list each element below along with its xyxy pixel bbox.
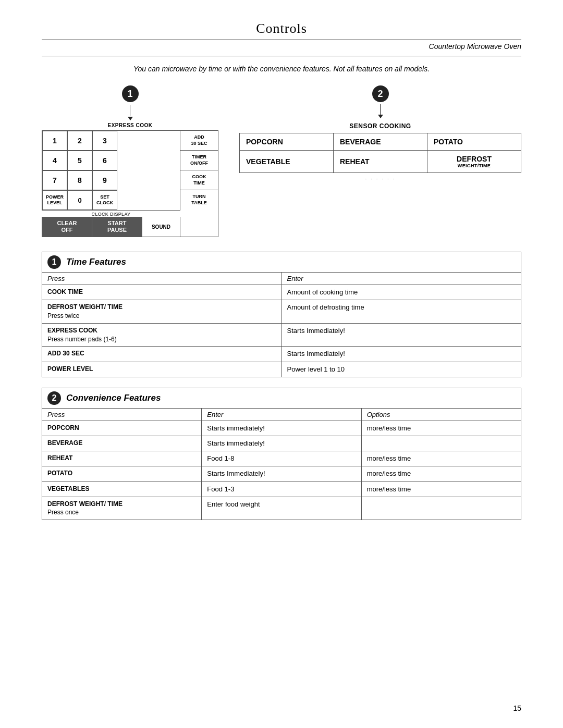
keypad-grid: 1 2 3 4 5 6 7 8 9 POWERLEVEL 0 SETCLOCK: [42, 130, 180, 211]
cf-enter-6: Enter food weight: [202, 497, 361, 520]
time-features-header: 1 Time Features: [42, 252, 521, 273]
badge-2: 2: [372, 85, 389, 102]
sensor-cooking-label: SENSOR COOKING: [349, 122, 411, 130]
tf-col1-header: Press: [42, 273, 282, 285]
tf-press-2: DEFROST WEIGHT/ TIMEPress twice: [42, 300, 282, 323]
table-row: POTATO Starts Immediately! more/less tim…: [42, 466, 521, 482]
key-4[interactable]: 4: [42, 151, 67, 170]
time-features-header-row: Press Enter: [42, 273, 521, 285]
cook-time-button[interactable]: COOKTIME: [180, 170, 218, 190]
cf-col2-header: Enter: [202, 409, 361, 421]
intro-text: You can microwave by time or with the co…: [42, 65, 521, 73]
page-title: Controls: [42, 21, 521, 36]
turn-table-button[interactable]: TURNTABLE: [180, 190, 218, 210]
cf-press-1: POPCORN: [42, 421, 202, 436]
key-5[interactable]: 5: [67, 151, 92, 170]
decorative-dots: · · · · · ·: [365, 175, 396, 182]
badge2-area: 2: [372, 85, 389, 118]
tf-press-4: ADD 30 SEC: [42, 347, 282, 361]
side-buttons: ADD30 SEC TIMERON/OFF COOKTIME TURNTABLE: [180, 130, 218, 237]
section-badge-1: 1: [47, 255, 61, 269]
tf-enter-2: Amount of defrosting time: [282, 300, 521, 323]
subtitle: Countertop Microwave Oven: [42, 42, 521, 51]
badge-1: 1: [122, 85, 139, 102]
cf-options-1: more/less time: [362, 421, 521, 436]
sound-button[interactable]: SOUND: [142, 217, 180, 237]
cf-enter-1: Starts immediately!: [202, 421, 361, 436]
tf-press-5: POWER LEVEL: [42, 362, 282, 377]
table-row: POPCORN Starts immediately! more/less ti…: [42, 421, 521, 436]
sensor-reheat[interactable]: REHEAT: [334, 151, 427, 172]
cf-press-5: VEGETABLES: [42, 482, 202, 497]
cf-press-2: BEVERAGE: [42, 436, 202, 451]
cf-press-3: REHEAT: [42, 451, 202, 466]
time-features-title: Time Features: [66, 257, 126, 267]
cf-enter-5: Food 1-3: [202, 482, 361, 497]
start-pause-button[interactable]: STARTPAUSE: [92, 217, 142, 237]
cf-options-6: [362, 497, 521, 520]
table-row: BEVERAGE Starts immediately!: [42, 436, 521, 451]
table-row: POWER LEVEL Power level 1 to 10: [42, 362, 521, 377]
table-row: EXPRESS COOKPress number pads (1-6) Star…: [42, 324, 521, 347]
key-2[interactable]: 2: [67, 131, 92, 151]
keypad-container: 1 2 3 4 5 6 7 8 9 POWERLEVEL 0 SETCLOCK: [42, 130, 218, 237]
sensor-beverage[interactable]: BEVERAGE: [334, 133, 427, 150]
cf-header-row: Press Enter Options: [42, 409, 521, 421]
sensor-row-1: POPCORN BEVERAGE POTATO: [240, 133, 521, 151]
right-panel: 2 SENSOR COOKING POPCORN BEVERAGE POTATO…: [239, 85, 521, 182]
cf-options-5: more/less time: [362, 482, 521, 497]
cf-col1-header: Press: [42, 409, 202, 421]
convenience-features-section: 2 Convenience Features Press Enter Optio…: [42, 388, 521, 521]
cf-press-4: POTATO: [42, 466, 202, 481]
convenience-features-title: Convenience Features: [66, 393, 161, 403]
key-7[interactable]: 7: [42, 170, 67, 190]
add-30-sec-button[interactable]: ADD30 SEC: [180, 131, 218, 151]
badge1-area: 1: [122, 85, 139, 120]
key-power-level[interactable]: POWERLEVEL: [42, 190, 67, 210]
page-number: 15: [513, 704, 521, 712]
tf-enter-1: Amount of cooking time: [282, 285, 521, 300]
key-set-clock[interactable]: SETCLOCK: [92, 190, 117, 210]
table-row: COOK TIME Amount of cooking time: [42, 285, 521, 300]
table-row: ADD 30 SEC Starts Immediately!: [42, 347, 521, 362]
tf-press-1: COOK TIME: [42, 285, 282, 300]
cf-enter-4: Starts Immediately!: [202, 466, 361, 481]
sensor-popcorn[interactable]: POPCORN: [240, 133, 334, 150]
tf-press-3: EXPRESS COOKPress number pads (1-6): [42, 324, 282, 347]
sensor-row-2: VEGETABLE REHEAT DEFROST WEIGHT/TIME: [240, 151, 521, 172]
tf-enter-3: Starts Immediately!: [282, 324, 521, 347]
key-3[interactable]: 3: [92, 131, 117, 151]
section-badge-2: 2: [47, 391, 61, 405]
controls-area: 1 EXPRESS COOK 1 2 3 4 5 6: [42, 85, 521, 237]
clear-off-button[interactable]: CLEAROFF: [42, 217, 92, 237]
key-9[interactable]: 9: [92, 170, 117, 190]
key-1[interactable]: 1: [42, 131, 67, 151]
bottom-row: CLEAROFF STARTPAUSE SOUND: [42, 217, 180, 237]
clock-display-label: CLOCK DISPLAY: [42, 212, 180, 217]
sensor-potato[interactable]: POTATO: [427, 133, 521, 150]
key-8[interactable]: 8: [67, 170, 92, 190]
arrow-tip: [128, 117, 133, 120]
keypad-plus-bottom: 1 2 3 4 5 6 7 8 9 POWERLEVEL 0 SETCLOCK: [42, 130, 180, 237]
table-row: DEFROST WEIGHT/ TIMEPress once Enter foo…: [42, 497, 521, 520]
cf-enter-3: Food 1-8: [202, 451, 361, 466]
tf-enter-4: Starts Immediately!: [282, 347, 521, 361]
tf-enter-5: Power level 1 to 10: [282, 362, 521, 377]
key-6[interactable]: 6: [92, 151, 117, 170]
cf-options-4: more/less time: [362, 466, 521, 481]
timer-on-off-button[interactable]: TIMERON/OFF: [180, 151, 218, 170]
express-cook-label: EXPRESS COOK: [107, 122, 152, 128]
cf-options-3: more/less time: [362, 451, 521, 466]
cf-options-2: [362, 436, 521, 451]
cf-enter-2: Starts immediately!: [202, 436, 361, 451]
tf-col2-header: Enter: [282, 273, 521, 285]
sensor-vegetable[interactable]: VEGETABLE: [240, 151, 334, 172]
sensor-grid: POPCORN BEVERAGE POTATO VEGETABLE REHEAT…: [239, 133, 521, 173]
sensor-defrost[interactable]: DEFROST WEIGHT/TIME: [427, 151, 521, 172]
time-features-section: 1 Time Features Press Enter COOK TIME Am…: [42, 252, 521, 377]
convenience-features-header: 2 Convenience Features: [42, 388, 521, 409]
table-row: VEGETABLES Food 1-3 more/less time: [42, 482, 521, 497]
key-0[interactable]: 0: [67, 190, 92, 210]
table-row: DEFROST WEIGHT/ TIMEPress twice Amount o…: [42, 300, 521, 324]
arrow-line: [130, 105, 130, 116]
